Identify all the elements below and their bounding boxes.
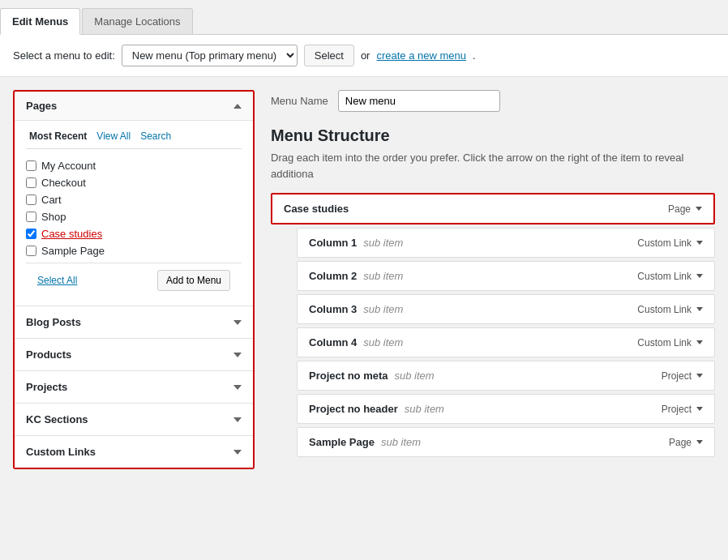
menu-item-project-no-header-arrow[interactable] bbox=[696, 407, 703, 411]
blog-posts-section[interactable]: Blog Posts bbox=[15, 306, 253, 339]
menu-structure-desc: Drag each item into the order you prefer… bbox=[271, 150, 715, 182]
menu-item-column1[interactable]: Column 1 sub item Custom Link bbox=[297, 228, 715, 258]
top-bar: Select a menu to edit: New menu (Top pri… bbox=[0, 35, 728, 77]
shop-label[interactable]: Shop bbox=[41, 211, 66, 223]
products-section[interactable]: Products bbox=[15, 339, 253, 371]
add-to-menu-button[interactable]: Add to Menu bbox=[157, 270, 230, 291]
case-studies-label[interactable]: Case studies bbox=[41, 228, 102, 240]
cart-checkbox[interactable] bbox=[26, 195, 36, 205]
menu-item-column3-type: Custom Link bbox=[637, 304, 692, 315]
projects-section[interactable]: Projects bbox=[15, 371, 253, 404]
pages-collapse-icon bbox=[233, 104, 242, 109]
menu-item-sample-page-left: Sample Page sub item bbox=[309, 436, 421, 448]
menu-item-column3-name: Column 3 bbox=[309, 303, 357, 315]
list-item: Shop bbox=[26, 208, 242, 225]
checkout-checkbox[interactable] bbox=[26, 177, 36, 188]
menu-item-project-no-meta-right: Project bbox=[662, 370, 703, 382]
menu-item-project-no-header-name: Project no header bbox=[309, 403, 398, 415]
tab-edit-menus[interactable]: Edit Menus bbox=[0, 8, 80, 35]
menu-item-column4-type: Custom Link bbox=[637, 337, 692, 348]
kc-sections-section[interactable]: KC Sections bbox=[15, 404, 253, 436]
tab-manage-locations[interactable]: Manage Locations bbox=[82, 8, 192, 34]
custom-links-section[interactable]: Custom Links bbox=[15, 436, 253, 468]
menu-item-column1-left: Column 1 sub item bbox=[309, 237, 403, 249]
blog-posts-title: Blog Posts bbox=[26, 316, 81, 328]
menu-item-case-studies-arrow[interactable] bbox=[696, 207, 702, 211]
menu-dropdown[interactable]: New menu (Top primary menu) bbox=[122, 45, 298, 66]
my-account-label[interactable]: My Account bbox=[41, 160, 96, 172]
menu-item-column3-left: Column 3 sub item bbox=[309, 303, 403, 315]
case-studies-checkbox[interactable] bbox=[26, 229, 36, 239]
menu-item-column1-type: Custom Link bbox=[637, 237, 692, 249]
menu-item-case-studies[interactable]: Case studies Page bbox=[271, 193, 715, 224]
menu-item-column2-right: Custom Link bbox=[637, 271, 703, 282]
menu-item-column2-name: Column 2 bbox=[309, 270, 357, 282]
projects-title: Projects bbox=[26, 381, 67, 393]
blog-posts-expand-icon bbox=[233, 320, 242, 325]
kc-sections-expand-icon bbox=[233, 417, 242, 422]
menu-item-sample-page-arrow[interactable] bbox=[696, 440, 703, 444]
products-expand-icon bbox=[233, 353, 242, 357]
menu-item-sample-page-subname: sub item bbox=[381, 436, 421, 448]
menu-item-project-no-header-left: Project no header sub item bbox=[309, 403, 444, 415]
menu-item-project-no-meta-type: Project bbox=[662, 370, 692, 382]
menu-item-project-no-meta-arrow[interactable] bbox=[696, 374, 703, 378]
menu-item-column1-subname: sub item bbox=[363, 237, 403, 249]
menu-item-column3-right: Custom Link bbox=[637, 304, 703, 315]
menu-item-column1-arrow[interactable] bbox=[696, 241, 703, 245]
menu-structure-title: Menu Structure bbox=[271, 126, 715, 145]
pages-footer: Select All Add to Menu bbox=[26, 263, 242, 297]
menu-item-project-no-header[interactable]: Project no header sub item Project bbox=[297, 394, 715, 424]
menu-item-column3-arrow[interactable] bbox=[696, 307, 703, 311]
my-account-checkbox[interactable] bbox=[26, 160, 36, 171]
subtab-view-all[interactable]: View All bbox=[93, 129, 134, 143]
menu-item-column2-type: Custom Link bbox=[637, 271, 692, 282]
shop-checkbox[interactable] bbox=[26, 212, 36, 222]
sample-page-label[interactable]: Sample Page bbox=[41, 245, 105, 257]
menu-item-column3-subname: sub item bbox=[363, 303, 403, 315]
menu-item-column2[interactable]: Column 2 sub item Custom Link bbox=[297, 261, 715, 291]
menu-item-sample-page[interactable]: Sample Page sub item Page bbox=[297, 427, 715, 457]
checkout-label[interactable]: Checkout bbox=[41, 177, 86, 189]
menu-item-column2-arrow[interactable] bbox=[696, 274, 703, 278]
sub-tabs: Most Recent View All Search bbox=[26, 129, 242, 149]
projects-expand-icon bbox=[233, 385, 242, 390]
subtab-search[interactable]: Search bbox=[137, 129, 174, 143]
menu-item-column4-right: Custom Link bbox=[637, 337, 703, 348]
period: . bbox=[473, 49, 476, 62]
custom-links-title: Custom Links bbox=[26, 446, 96, 458]
menu-item-column1-name: Column 1 bbox=[309, 237, 357, 249]
menu-item-project-no-meta[interactable]: Project no meta sub item Project bbox=[297, 361, 715, 391]
kc-sections-title: KC Sections bbox=[26, 413, 88, 425]
or-text: or bbox=[361, 49, 370, 62]
select-button[interactable]: Select bbox=[304, 45, 354, 66]
menu-item-project-no-header-right: Project bbox=[662, 404, 703, 415]
list-item: Sample Page bbox=[26, 242, 242, 259]
main-layout: Pages Most Recent View All Search My Acc… bbox=[0, 77, 728, 482]
list-item: My Account bbox=[26, 157, 242, 174]
app-container: Edit Menus Manage Locations Select a men… bbox=[0, 0, 728, 482]
menu-item-sample-page-right: Page bbox=[669, 437, 703, 448]
list-item: Checkout bbox=[26, 174, 242, 191]
pages-header[interactable]: Pages bbox=[15, 92, 253, 121]
subtab-most-recent[interactable]: Most Recent bbox=[26, 129, 90, 143]
menu-item-column4-arrow[interactable] bbox=[696, 340, 703, 344]
menu-item-column3[interactable]: Column 3 sub item Custom Link bbox=[297, 294, 715, 324]
select-all-link[interactable]: Select All bbox=[37, 275, 77, 286]
cart-label[interactable]: Cart bbox=[41, 194, 62, 206]
menu-item-column4-subname: sub item bbox=[363, 336, 403, 348]
menu-item-project-no-header-type: Project bbox=[662, 404, 692, 415]
sample-page-checkbox[interactable] bbox=[26, 246, 36, 256]
menu-item-project-no-meta-left: Project no meta sub item bbox=[309, 370, 435, 382]
menu-item-column2-left: Column 2 sub item bbox=[309, 270, 403, 282]
menu-item-project-no-meta-name: Project no meta bbox=[309, 370, 388, 382]
menu-item-case-studies-left: Case studies bbox=[284, 203, 349, 215]
menu-item-case-studies-name: Case studies bbox=[284, 203, 349, 215]
menu-item-column4[interactable]: Column 4 sub item Custom Link bbox=[297, 327, 715, 357]
menu-item-sample-page-name: Sample Page bbox=[309, 436, 375, 448]
pages-content: Most Recent View All Search My Account C… bbox=[15, 121, 253, 306]
menu-name-row: Menu Name bbox=[271, 90, 715, 112]
create-new-menu-link[interactable]: create a new menu bbox=[376, 49, 466, 62]
menu-name-input[interactable] bbox=[338, 90, 500, 112]
menu-name-label: Menu Name bbox=[271, 95, 328, 107]
